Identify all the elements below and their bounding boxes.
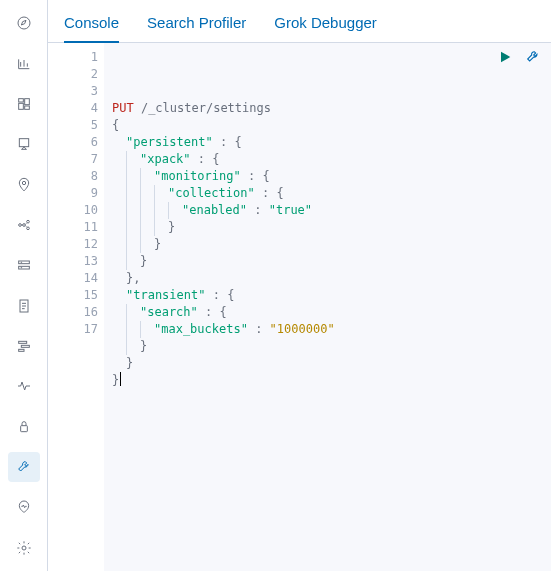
- svg-point-7: [22, 181, 25, 184]
- code-area[interactable]: PUT /_cluster/settings{"persistent" : {"…: [104, 43, 551, 571]
- svg-rect-3: [24, 99, 29, 105]
- code-line[interactable]: "max_buckets" : "1000000": [112, 321, 543, 338]
- svg-rect-12: [18, 261, 29, 264]
- svg-point-8: [18, 224, 21, 227]
- line-number: 4▾: [48, 100, 104, 117]
- text-cursor: [120, 372, 121, 386]
- tab-grok-debugger[interactable]: Grok Debugger: [274, 14, 377, 43]
- svg-marker-22: [501, 52, 510, 63]
- svg-rect-17: [18, 341, 26, 343]
- svg-rect-4: [18, 103, 23, 109]
- line-number: 1: [48, 49, 104, 66]
- line-number: 15▴: [48, 287, 104, 304]
- side-nav: [0, 0, 48, 571]
- svg-rect-19: [18, 349, 23, 351]
- code-line[interactable]: }: [112, 355, 543, 372]
- tab-search-profiler[interactable]: Search Profiler: [147, 14, 246, 43]
- line-number: 9▴: [48, 185, 104, 202]
- code-line[interactable]: "collection" : {: [112, 185, 543, 202]
- request-options-icon[interactable]: [525, 49, 541, 70]
- code-line[interactable]: }: [112, 236, 543, 253]
- line-number: 5▾: [48, 117, 104, 134]
- nav-dashboard-icon[interactable]: [8, 89, 40, 119]
- code-line[interactable]: {: [112, 117, 543, 134]
- code-line[interactable]: "transient" : {: [112, 287, 543, 304]
- svg-rect-2: [18, 99, 23, 102]
- nav-canvas-icon[interactable]: [8, 129, 40, 159]
- line-number: 16▴: [48, 304, 104, 321]
- svg-rect-6: [19, 139, 28, 147]
- svg-rect-20: [20, 425, 27, 431]
- svg-rect-5: [24, 106, 29, 109]
- code-line[interactable]: PUT /_cluster/settings: [112, 100, 543, 117]
- nav-discover-icon[interactable]: [8, 8, 40, 38]
- console-editor[interactable]: 12▾3▾4▾5▾6▾78▴9▴10▴11▴12▾13▾1415▴16▴17▴ …: [48, 43, 551, 571]
- line-number: 3▾: [48, 83, 104, 100]
- line-number: 7: [48, 151, 104, 168]
- nav-visualize-icon[interactable]: [8, 48, 40, 78]
- line-number: 2▾: [48, 66, 104, 83]
- code-line[interactable]: }: [112, 219, 543, 236]
- line-number: 6▾: [48, 134, 104, 151]
- line-number: 14: [48, 270, 104, 287]
- line-number: 17▴: [48, 321, 104, 338]
- code-line[interactable]: "xpack" : {: [112, 151, 543, 168]
- code-line[interactable]: }: [112, 338, 543, 355]
- svg-marker-1: [21, 21, 26, 26]
- code-line[interactable]: }: [112, 372, 543, 389]
- code-line[interactable]: "search" : {: [112, 304, 543, 321]
- line-number: 12▾: [48, 236, 104, 253]
- nav-devtools-icon[interactable]: [8, 452, 40, 482]
- line-number: 10▴: [48, 202, 104, 219]
- code-line[interactable]: },: [112, 270, 543, 287]
- svg-point-14: [21, 262, 22, 263]
- code-line[interactable]: "persistent" : {: [112, 134, 543, 151]
- nav-infra-icon[interactable]: [8, 250, 40, 280]
- svg-rect-13: [18, 267, 29, 270]
- line-number: 8▴: [48, 168, 104, 185]
- nav-management-icon[interactable]: [8, 533, 40, 563]
- request-actions: [497, 49, 541, 70]
- run-request-icon[interactable]: [497, 49, 513, 70]
- code-line[interactable]: }: [112, 253, 543, 270]
- nav-apm-icon[interactable]: [8, 331, 40, 361]
- svg-point-21: [22, 546, 26, 550]
- code-line[interactable]: "enabled" : "true": [112, 202, 543, 219]
- nav-uptime-icon[interactable]: [8, 371, 40, 401]
- svg-point-9: [26, 220, 29, 223]
- svg-point-11: [22, 224, 25, 227]
- nav-ml-icon[interactable]: [8, 210, 40, 240]
- svg-point-10: [26, 227, 29, 230]
- line-number: 11▴: [48, 219, 104, 236]
- main-panel: Console Search Profiler Grok Debugger 12…: [48, 0, 551, 571]
- code-line[interactable]: "monitoring" : {: [112, 168, 543, 185]
- line-number: 13▾: [48, 253, 104, 270]
- svg-point-15: [21, 268, 22, 269]
- line-gutter: 12▾3▾4▾5▾6▾78▴9▴10▴11▴12▾13▾1415▴16▴17▴: [48, 43, 104, 571]
- nav-monitoring-icon[interactable]: [8, 492, 40, 522]
- svg-rect-18: [21, 345, 29, 347]
- nav-logs-icon[interactable]: [8, 291, 40, 321]
- svg-point-0: [18, 17, 30, 29]
- tabs: Console Search Profiler Grok Debugger: [48, 0, 551, 43]
- nav-maps-icon[interactable]: [8, 169, 40, 199]
- nav-siem-icon[interactable]: [8, 412, 40, 442]
- tab-console[interactable]: Console: [64, 14, 119, 43]
